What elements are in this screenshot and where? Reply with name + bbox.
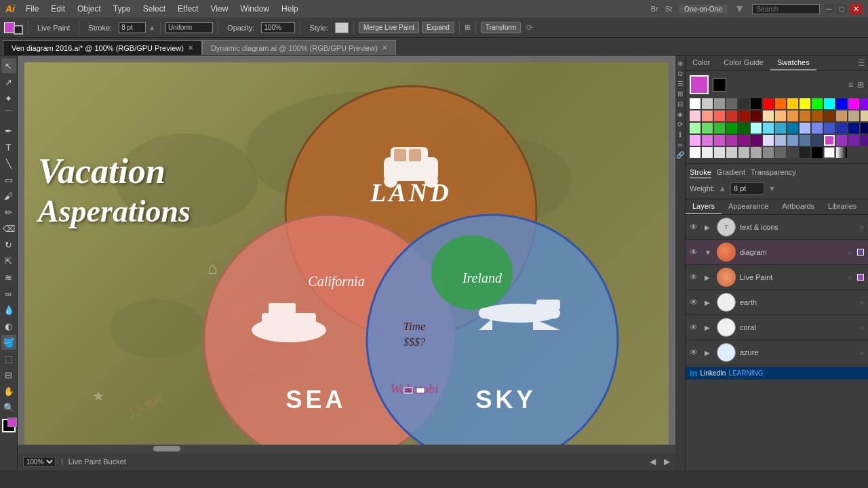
weight-up-btn[interactable]: ▲	[719, 184, 726, 192]
swatch[interactable]	[726, 98, 737, 109]
layer-expand-coral[interactable]: ▶	[705, 324, 713, 331]
swatch[interactable]	[775, 98, 786, 109]
fill-stroke-indicator[interactable]	[2, 419, 16, 432]
swatch[interactable]	[726, 123, 737, 134]
eyedropper-tool[interactable]: 💧	[1, 302, 16, 317]
slice-tool[interactable]: ⊟	[1, 367, 16, 382]
layer-expand-earth[interactable]: ▶	[705, 299, 713, 306]
gradient-tab[interactable]: Gradient	[717, 168, 745, 178]
swatch[interactable]	[787, 110, 798, 121]
hand-tool[interactable]: ✋	[1, 384, 16, 399]
swatch[interactable]	[836, 110, 847, 121]
layer-eye-text-icons[interactable]: 👁	[690, 222, 701, 232]
swatch[interactable]	[775, 135, 786, 146]
swatch-magenta[interactable]	[848, 98, 859, 109]
tab-dynamic-diagram[interactable]: Dynamic diagram.ai @ 100% (RGB/GPU Previ…	[202, 40, 396, 55]
layer-earth[interactable]: 👁 ▶ earth ○	[686, 290, 868, 315]
swatch[interactable]	[702, 135, 713, 146]
layer-lock-coral[interactable]: ○	[860, 324, 864, 331]
layer-diagram[interactable]: 👁 ▼ diagram ○	[686, 240, 868, 265]
swatch[interactable]	[800, 110, 810, 121]
tab-close-ven[interactable]: ✕	[188, 44, 193, 52]
pencil-tool[interactable]: ✏	[1, 205, 16, 220]
swatch-white[interactable]	[690, 98, 701, 109]
zoom-select[interactable]: 100%	[23, 457, 56, 467]
swatch-none[interactable]	[824, 147, 835, 158]
line-tool[interactable]: ╲	[1, 156, 16, 171]
artboard-tool[interactable]: ⬚	[1, 351, 16, 366]
swatch[interactable]	[702, 110, 713, 121]
swatch[interactable]	[702, 98, 713, 109]
rotate-tool[interactable]: ↻	[1, 237, 16, 252]
zoom-tool[interactable]: 🔍	[1, 400, 16, 415]
swatch[interactable]	[702, 147, 713, 158]
swatch[interactable]	[751, 147, 762, 158]
layer-lock-live-paint[interactable]: ○	[848, 274, 852, 281]
search-input[interactable]	[752, 4, 820, 14]
workspace-dropdown[interactable]: One-on-One	[679, 5, 728, 14]
swatch[interactable]	[702, 123, 713, 134]
swatch-red[interactable]	[763, 98, 774, 109]
menu-effect[interactable]: Effect	[172, 3, 203, 15]
style-swatch[interactable]	[335, 22, 349, 33]
swatch[interactable]	[738, 98, 749, 109]
swatch[interactable]	[714, 123, 725, 134]
swatch[interactable]	[714, 135, 725, 146]
menu-view[interactable]: View	[205, 3, 234, 15]
secondary-swatch[interactable]	[713, 78, 726, 92]
live-paint-tool[interactable]: 🪣	[1, 335, 16, 350]
swatch-black[interactable]	[751, 98, 762, 109]
swatch[interactable]	[800, 123, 810, 134]
layer-expand-azure[interactable]: ▶	[705, 349, 713, 357]
color-guide-tab[interactable]: Color Guide	[717, 56, 770, 70]
menu-help[interactable]: Help	[276, 3, 304, 15]
h-scrollbar[interactable]	[18, 445, 675, 453]
swatch[interactable]	[690, 147, 701, 158]
edge-ctrl-10[interactable]: 🔗	[676, 151, 684, 159]
swatch[interactable]	[738, 147, 749, 158]
type-tool[interactable]: T	[1, 140, 16, 155]
swatch[interactable]	[763, 123, 774, 134]
arrange-icon[interactable]: ⊞	[465, 23, 471, 32]
menu-edit[interactable]: Edit	[45, 3, 71, 15]
edge-ctrl-9[interactable]: ∞	[677, 141, 682, 148]
select-tool[interactable]: ↖	[1, 58, 16, 73]
selected-swatch[interactable]	[824, 135, 835, 146]
transparency-tab[interactable]: Transparency	[751, 168, 796, 178]
swatch[interactable]	[861, 123, 868, 134]
swatch[interactable]	[824, 123, 835, 134]
tab-close-dynamic[interactable]: ✕	[382, 44, 387, 52]
swatch[interactable]	[763, 110, 774, 121]
edge-ctrl-5[interactable]: ⊟	[677, 100, 683, 108]
next-frame-btn[interactable]: ▶	[664, 457, 670, 466]
blend-tool[interactable]: ∞	[1, 286, 16, 301]
paintbrush-tool[interactable]: 🖌	[1, 188, 16, 203]
prev-frame-btn[interactable]: ◀	[650, 457, 656, 466]
stroke-input[interactable]: 8 pt	[119, 22, 146, 33]
swatch[interactable]	[824, 110, 835, 121]
swatch[interactable]	[775, 147, 786, 158]
weight-down-btn[interactable]: ▼	[768, 184, 776, 192]
h-scroll-thumb[interactable]	[153, 446, 180, 451]
edge-ctrl-2[interactable]: ⊙	[677, 70, 683, 77]
swatch[interactable]	[714, 147, 725, 158]
swatch[interactable]	[690, 135, 701, 146]
swatch[interactable]	[812, 123, 823, 134]
layer-text-icons[interactable]: 👁 ▶ T text & icons ○	[686, 215, 868, 240]
libraries-tab[interactable]: Libraries	[821, 199, 863, 214]
bridge-icon[interactable]: Br	[651, 5, 658, 13]
swatch[interactable]	[763, 135, 774, 146]
edge-ctrl-8[interactable]: ℹ	[679, 131, 682, 138]
swatch[interactable]	[751, 135, 762, 146]
layers-tab[interactable]: Layers	[686, 199, 722, 214]
appearance-tab[interactable]: Appearance	[722, 199, 775, 214]
swatch-green[interactable]	[812, 98, 823, 109]
swatch[interactable]	[800, 135, 810, 146]
swatch[interactable]	[738, 135, 749, 146]
menu-window[interactable]: Window	[235, 3, 275, 15]
swatch[interactable]	[726, 135, 737, 146]
rectangle-tool[interactable]: ▭	[1, 172, 16, 187]
swatch[interactable]	[751, 123, 762, 134]
direct-select-tool[interactable]: ↗	[1, 75, 16, 89]
layer-eye-azure[interactable]: 👁	[690, 348, 701, 357]
